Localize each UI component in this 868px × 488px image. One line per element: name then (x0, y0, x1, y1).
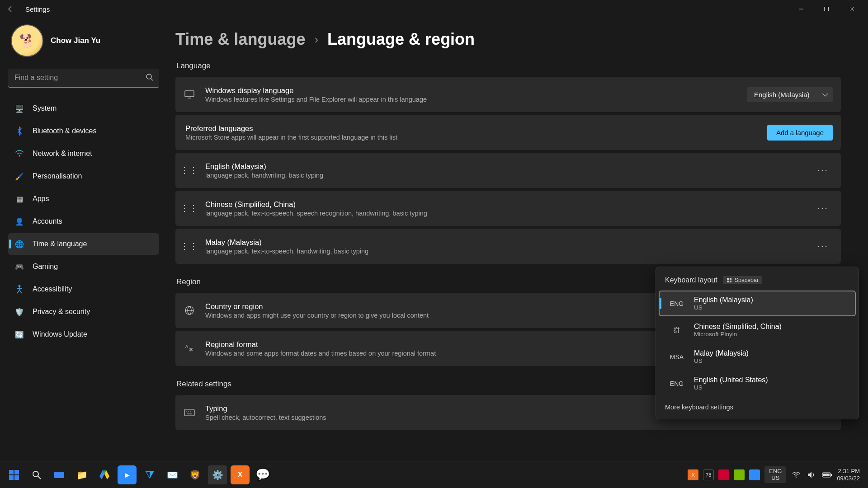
kbd-lang-name: English (Malaysia) (694, 296, 753, 304)
search-taskbar-icon[interactable] (27, 465, 46, 484)
svg-point-33 (796, 477, 797, 478)
language-more-button[interactable]: ··· (813, 201, 833, 216)
kbd-layout-name: Microsoft Pinyin (694, 331, 782, 338)
start-button[interactable] (5, 465, 24, 484)
language-more-button[interactable]: ··· (813, 239, 833, 254)
profile[interactable]: 🐕 Chow Jian Yu (8, 24, 159, 57)
close-button[interactable] (839, 0, 864, 18)
nav-icon: 🖥️ (14, 103, 24, 113)
language-name: Malay (Malaysia) (205, 238, 803, 247)
nav-icon (14, 284, 24, 294)
svg-rect-23 (14, 470, 19, 474)
nav-label: Apps (33, 195, 49, 203)
language-item[interactable]: ⋮⋮Malay (Malaysia)language pack, text-to… (175, 229, 841, 264)
nav-item-windows-update[interactable]: 🔄Windows Update (8, 324, 159, 345)
kbd-code: ENG (668, 380, 686, 387)
avatar: 🐕 (11, 24, 43, 57)
nav-item-accounts[interactable]: 👤Accounts (8, 211, 159, 232)
chevron-right-icon: › (314, 33, 318, 47)
profile-name: Chow Jian Yu (51, 36, 100, 45)
svg-marker-34 (808, 472, 811, 478)
zoom-icon[interactable]: ▶ (118, 465, 137, 484)
nav-item-network-internet[interactable]: Network & internet (8, 143, 159, 164)
nav-item-apps[interactable]: ▦Apps (8, 188, 159, 210)
svg-rect-37 (831, 474, 832, 476)
google-drive-icon[interactable] (95, 465, 114, 484)
minimize-button[interactable] (788, 0, 814, 18)
nav-icon (14, 149, 24, 159)
mail-icon[interactable]: ✉️ (163, 465, 182, 484)
drag-handle-icon[interactable]: ⋮⋮ (184, 203, 195, 213)
display-language-subtitle: Windows features like Settings and File … (205, 96, 737, 103)
nav-label: Bluetooth & devices (33, 127, 96, 135)
more-keyboard-settings[interactable]: More keyboard settings (656, 397, 859, 414)
kbd-option[interactable]: 拼Chinese (Simplified, China)Microsoft Pi… (659, 317, 856, 343)
svg-text:字: 字 (189, 348, 193, 352)
nav-icon: ▦ (14, 194, 24, 204)
nav-item-system[interactable]: 🖥️System (8, 98, 159, 119)
kbd-layout-name: US (694, 304, 753, 311)
nav-label: Accounts (33, 217, 62, 225)
language-item[interactable]: ⋮⋮English (Malaysia)language pack, handw… (175, 153, 841, 188)
kbd-option[interactable]: MSAMalay (Malaysia)US (659, 344, 856, 370)
tray-gpu-temp[interactable]: 78 (703, 469, 714, 480)
add-language-button[interactable]: Add a language (767, 125, 833, 141)
language-indicator[interactable]: ENG US (764, 466, 786, 483)
kbd-code: 拼 (668, 326, 686, 334)
nav-label: Time & language (33, 240, 87, 248)
wifi-icon[interactable] (791, 469, 802, 480)
battery-icon[interactable] (821, 469, 832, 480)
vscode-icon[interactable]: ⧩ (140, 465, 159, 484)
nav-item-accessibility[interactable]: Accessibility (8, 278, 159, 300)
drag-handle-icon[interactable]: ⋮⋮ (184, 165, 195, 175)
display-language-card: Windows display language Windows feature… (175, 77, 841, 112)
volume-icon[interactable] (806, 469, 817, 480)
xampp-icon[interactable]: X (231, 465, 250, 484)
preferred-subtitle: Microsoft Store apps will appear in the … (185, 134, 757, 141)
tray-app-2-icon[interactable] (718, 469, 729, 480)
kbd-option[interactable]: ENGEnglish (Malaysia)US (659, 291, 856, 316)
kbd-option[interactable]: ENGEnglish (United States)US (659, 371, 856, 396)
svg-rect-19 (730, 278, 731, 280)
back-button[interactable] (4, 2, 17, 16)
whatsapp-icon[interactable]: 💬 (253, 465, 272, 484)
maximize-button[interactable] (814, 0, 839, 18)
nav-label: Windows Update (33, 330, 87, 338)
search-box[interactable] (8, 69, 159, 88)
nav-label: Accessibility (33, 285, 72, 293)
breadcrumb-parent[interactable]: Time & language (175, 30, 305, 49)
tray-app-1-icon[interactable]: X (688, 469, 698, 480)
language-features: language pack, text-to-speech, handwriti… (205, 248, 803, 255)
nav-item-gaming[interactable]: 🎮Gaming (8, 256, 159, 277)
settings-taskbar-icon[interactable]: ⚙️ (208, 465, 227, 484)
kbd-popup-title: Keyboard layout (665, 276, 717, 284)
display-language-dropdown[interactable]: English (Malaysia) (747, 87, 833, 102)
drag-handle-icon[interactable]: ⋮⋮ (184, 241, 195, 251)
nav-label: Privacy & security (33, 308, 90, 316)
kbd-layout-name: US (694, 357, 749, 364)
svg-point-5 (19, 285, 21, 287)
tray-nvidia-icon[interactable] (734, 469, 745, 480)
search-icon (146, 73, 154, 81)
keyboard-icon (184, 409, 195, 416)
kbd-lang-name: English (United States) (694, 376, 768, 384)
nav-item-time-language[interactable]: 🌐Time & language (8, 233, 159, 255)
svg-rect-13 (184, 409, 194, 416)
language-features: language pack, text-to-speech, speech re… (205, 210, 803, 217)
svg-rect-36 (823, 474, 830, 476)
task-view-icon[interactable] (50, 465, 69, 484)
kbd-shortcut-hint: Spacebar (723, 276, 763, 284)
language-item[interactable]: ⋮⋮Chinese (Simplified, China)language pa… (175, 191, 841, 226)
language-more-button[interactable]: ··· (813, 163, 833, 178)
search-input[interactable] (8, 69, 159, 88)
clock[interactable]: 2:31 PM 09/03/22 (837, 468, 863, 482)
nav-item-personalisation[interactable]: 🖌️Personalisation (8, 165, 159, 187)
svg-line-27 (38, 476, 41, 479)
nav-item-bluetooth-devices[interactable]: Bluetooth & devices (8, 120, 159, 142)
nav-item-privacy-security[interactable]: 🛡️Privacy & security (8, 301, 159, 323)
taskbar: 📁 ▶ ⧩ ✉️ 🦁 ⚙️ X 💬 X 78 ENG US 2:31 PM 09… (0, 461, 868, 488)
file-explorer-icon[interactable]: 📁 (72, 465, 91, 484)
section-language: Language (176, 61, 841, 70)
brave-icon[interactable]: 🦁 (185, 465, 204, 484)
tray-app-3-icon[interactable] (749, 469, 760, 480)
